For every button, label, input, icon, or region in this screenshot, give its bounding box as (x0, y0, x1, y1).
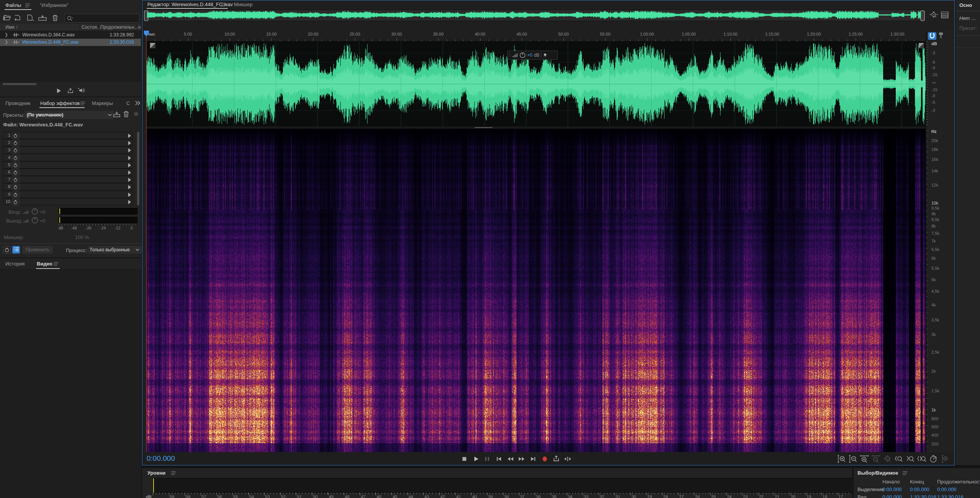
zoom-in-vertical-button[interactable] (837, 454, 846, 464)
open-file-button[interactable] (3, 15, 11, 21)
panel-menu-icon[interactable] (171, 471, 176, 475)
effect-slot[interactable]: 7 (3, 176, 133, 183)
panel-menu-icon[interactable] (221, 3, 226, 7)
tab-video[interactable]: Видео (37, 261, 52, 267)
slots-scrollbar[interactable] (137, 132, 139, 205)
apply-button[interactable]: Применить (22, 246, 53, 254)
fast-forward-button[interactable] (517, 454, 527, 464)
files-hscrollbar[interactable] (3, 83, 36, 85)
panel-menu-icon[interactable] (903, 471, 907, 475)
hud-gain-knob[interactable] (519, 52, 526, 58)
slot-expand-arrow-icon[interactable] (128, 163, 131, 169)
play-button[interactable] (471, 454, 481, 464)
selection-duration[interactable]: 0:00.000 (937, 487, 957, 492)
selection-start[interactable]: 0:00.000 (882, 487, 902, 492)
slot-expand-arrow-icon[interactable] (128, 141, 131, 146)
essential-sound-none[interactable]: Нет … (959, 15, 976, 21)
playhead-marker[interactable] (144, 31, 149, 36)
marker-pin-icon[interactable] (939, 32, 943, 39)
hud-pin-icon[interactable] (543, 53, 547, 57)
search-input[interactable] (64, 14, 139, 23)
hud-corner-badge[interactable] (150, 43, 155, 48)
playhead-line[interactable] (146, 31, 147, 452)
editor-layers-icon[interactable] (941, 11, 949, 18)
process-dropdown[interactable]: Только выбранные (87, 246, 142, 254)
snap-toggle-button[interactable] (928, 32, 936, 40)
slot-power-button[interactable] (12, 199, 20, 205)
skip-selection-button[interactable] (563, 454, 573, 464)
essential-sound-title[interactable]: Осно (959, 2, 972, 8)
zoom-full-icon[interactable] (929, 11, 938, 19)
rack-list-toggle-button[interactable] (12, 246, 20, 254)
col-extra[interactable]: ч (138, 25, 140, 30)
expander-chevron-icon[interactable]: ❯ (5, 39, 8, 44)
tab-editor[interactable]: Редактор: Werewolves.D.448_FC.wav (147, 2, 233, 7)
spectrogram-canvas[interactable] (146, 129, 926, 452)
loop-playback-button[interactable] (552, 454, 562, 464)
slot-power-button[interactable] (12, 184, 20, 190)
overview-waveform[interactable] (147, 11, 921, 19)
zoom-reset-button[interactable] (883, 454, 892, 464)
timeline-ruler[interactable]: чмс 5:0010:0015:0020:0025:0030:0035:0040… (142, 31, 926, 41)
slot-expand-arrow-icon[interactable] (128, 170, 131, 176)
hud-corner-badge[interactable] (919, 43, 924, 48)
new-file-button[interactable] (27, 15, 34, 21)
effect-slot[interactable]: 8 (3, 183, 133, 190)
effect-slot[interactable]: 9 (3, 191, 133, 198)
zoom-to-in-point-button[interactable] (894, 454, 903, 464)
selection-view-title[interactable]: Выбор/Видимое (858, 470, 898, 476)
panel-menu-icon[interactable] (54, 262, 58, 266)
slot-power-button[interactable] (12, 192, 20, 198)
slot-power-button[interactable] (12, 140, 20, 146)
slot-power-button[interactable] (12, 155, 20, 161)
file-row[interactable]: ❯Werewolves.D.448_FC.wav1:33:30.016 (0, 39, 141, 46)
auto-play-speaker-icon[interactable] (78, 87, 85, 93)
preview-loop-button[interactable] (67, 88, 74, 93)
slot-expand-arrow-icon[interactable] (128, 148, 131, 154)
view-duration[interactable]: 1:33:30.016 (937, 494, 964, 498)
file-row[interactable]: ❯Werewolves.D.384.C.wav1:33:28.992 (0, 31, 141, 39)
panel-menu-icon[interactable] (25, 3, 30, 7)
timed-record-button[interactable] (929, 454, 938, 464)
expander-chevron-icon[interactable]: ❯ (5, 32, 8, 37)
rewind-button[interactable] (506, 454, 516, 464)
gain-hud[interactable]: +0 dB (507, 51, 558, 60)
import-batch-button[interactable] (38, 15, 47, 21)
go-to-start-button[interactable] (494, 454, 504, 464)
view-end[interactable]: 1:33:30.016 (910, 494, 936, 498)
slot-expand-arrow-icon[interactable] (128, 185, 131, 190)
stop-button[interactable] (460, 454, 470, 464)
selection-end[interactable]: 0:00.000 (910, 487, 929, 492)
effect-slot[interactable]: 1 (3, 132, 133, 139)
slot-power-button[interactable] (12, 169, 20, 176)
view-start[interactable]: 0:00.000 (882, 494, 902, 498)
preview-play-button[interactable] (57, 88, 61, 93)
zoom-to-out-point-button[interactable] (906, 454, 915, 464)
slot-power-button[interactable] (12, 177, 20, 183)
tab-mixer[interactable]: Микшер (234, 2, 253, 7)
output-gain-knob[interactable] (31, 217, 38, 224)
effect-slot[interactable]: 10 (3, 198, 133, 205)
slot-expand-arrow-icon[interactable] (128, 177, 131, 183)
hud-grip[interactable] (509, 52, 511, 58)
rack-power-button[interactable] (3, 246, 11, 254)
slot-power-button[interactable] (12, 147, 20, 154)
input-gain-knob[interactable] (31, 208, 38, 215)
tab-files[interactable]: Файлы (5, 2, 21, 8)
levels-title[interactable]: Уровни (147, 470, 165, 476)
slot-expand-arrow-icon[interactable] (128, 133, 131, 139)
zoom-in-horizontal-button[interactable] (860, 454, 869, 464)
go-to-end-button[interactable] (529, 454, 539, 464)
record-button[interactable] (540, 454, 550, 464)
slot-expand-arrow-icon[interactable] (128, 156, 131, 161)
slot-power-button[interactable] (12, 162, 20, 169)
col-duration[interactable]: Продолжительн… (100, 25, 139, 30)
import-file-button[interactable] (15, 15, 23, 21)
time-display[interactable]: 0:00.000 (147, 454, 175, 463)
effect-slot[interactable]: 3 (3, 146, 133, 154)
trash-icon[interactable] (52, 15, 58, 21)
zoom-out-horizontal-button[interactable] (871, 454, 880, 464)
zoom-in-vertical-alt-button[interactable] (940, 454, 949, 464)
zoom-to-selection-button[interactable] (917, 454, 926, 464)
slot-expand-arrow-icon[interactable] (128, 200, 131, 205)
